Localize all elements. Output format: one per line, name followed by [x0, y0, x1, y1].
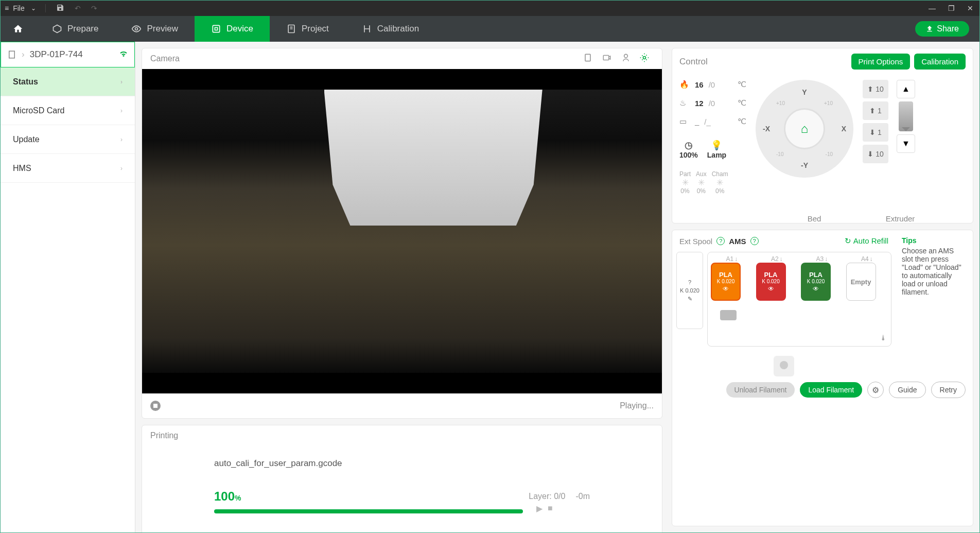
close-icon[interactable]: ✕	[961, 4, 979, 12]
xy-dpad: ⌂ Y -Y -X X +10 +10 -10 -10	[756, 80, 853, 178]
ams-slot-1[interactable]: PLAK 0.020👁	[711, 263, 741, 301]
ams-help-icon[interactable]: ?	[750, 237, 759, 245]
sd-record-icon[interactable]	[579, 53, 597, 65]
file-chevron-icon[interactable]: ⌄	[27, 5, 40, 12]
titlebar: ≡ File ⌄ ↶ ↷ — ❐ ✕	[1, 1, 979, 16]
svg-rect-4	[585, 54, 590, 61]
save-icon[interactable]	[51, 4, 69, 13]
control-title: Control	[679, 57, 847, 67]
stop-print-icon[interactable]: ■	[548, 504, 553, 513]
minimize-icon[interactable]: —	[922, 4, 942, 12]
extruder-axis-label: Extruder	[886, 214, 915, 223]
device-selector[interactable]: › 3DP-01P-744	[1, 42, 135, 67]
bed-temp-row[interactable]: ♨ 12 /0 ℃	[679, 98, 746, 108]
fan-icon: ✳	[696, 178, 707, 187]
redo-icon[interactable]: ↷	[86, 4, 102, 12]
share-button[interactable]: Share	[915, 21, 969, 37]
bed-icon: ♨	[679, 98, 690, 108]
menu-icon[interactable]: ≡	[1, 4, 13, 12]
nav-device[interactable]: Device	[195, 16, 270, 42]
camera-panel: Camera Playing...	[142, 48, 662, 419]
timelapse-icon[interactable]	[597, 53, 617, 64]
calibration-button[interactable]: Calibration	[914, 54, 966, 70]
sidebar-item-hms[interactable]: HMS›	[1, 154, 135, 183]
settings-icon[interactable]	[635, 53, 654, 65]
eye-icon: 👁	[723, 285, 729, 293]
printing-percent: 100%	[214, 489, 241, 504]
ams-slot-2[interactable]: PLAK 0.020👁	[756, 263, 786, 301]
chamber-fan[interactable]: Cham✳0%	[712, 170, 728, 195]
chamber-icon: ▭	[679, 117, 690, 126]
file-menu[interactable]: File	[13, 4, 27, 12]
svg-rect-5	[603, 56, 609, 60]
ams-panel: Ext Spool ? AMS ? ↻ Auto Refill ? K 0.02…	[672, 230, 973, 526]
ams-unit: A1↓PLAK 0.020👁 A2↓PLAK 0.020👁 A3↓PLAK 0.…	[707, 252, 891, 347]
load-filament-button[interactable]: Load Filament	[800, 382, 862, 398]
separator	[45, 4, 46, 12]
lamp-toggle[interactable]: 💡Lamp	[707, 140, 726, 159]
print-options-button[interactable]: Print Options	[851, 54, 911, 70]
home-button[interactable]: ⌂	[784, 108, 825, 149]
nozzle-temp-row[interactable]: 🔥 16 /0 ℃	[679, 80, 746, 89]
svg-point-0	[135, 28, 138, 30]
z-controls: ⬆ 10 ⬆ 1 ⬇ 1 ⬇ 10	[863, 80, 888, 195]
z-down-1[interactable]: ⬇ 1	[863, 123, 888, 142]
auto-refill-toggle[interactable]: ↻ Auto Refill	[845, 236, 888, 246]
unload-filament-button[interactable]: Unload Filament	[726, 382, 795, 398]
ext-spool-help-icon[interactable]: ?	[716, 237, 725, 245]
eye-icon: 👁	[768, 285, 774, 293]
nav-prepare-label: Prepare	[67, 24, 98, 34]
sidebar-item-microsd[interactable]: MicroSD Card›	[1, 96, 135, 125]
svg-point-7	[643, 57, 646, 59]
aux-fan[interactable]: Aux✳0%	[696, 170, 707, 195]
z-up-10[interactable]: ⬆ 10	[863, 80, 888, 98]
nav-project[interactable]: Project	[270, 16, 345, 42]
control-panel: Control Print Options Calibration 🔥 16 /…	[672, 48, 973, 223]
nav-home[interactable]	[1, 16, 36, 42]
bed-axis-label: Bed	[808, 214, 821, 223]
home-icon: ⌂	[801, 122, 809, 136]
retract-button[interactable]: ▼	[897, 134, 915, 153]
device-name: 3DP-01P-744	[30, 49, 83, 60]
nav-calibration-label: Calibration	[377, 24, 419, 34]
printing-time-left: -0m	[575, 492, 590, 501]
vr-icon[interactable]	[617, 53, 635, 65]
y-minus-button[interactable]: -Y	[801, 161, 808, 169]
humidity-icon[interactable]: 🌡	[880, 334, 887, 342]
nav-preview[interactable]: Preview	[115, 16, 194, 42]
sidebar-item-update[interactable]: Update›	[1, 125, 135, 154]
speed-control[interactable]: ◷100%	[679, 140, 698, 159]
ams-slot-3[interactable]: PLAK 0.020👁	[801, 263, 831, 301]
extruder-icon	[899, 101, 913, 131]
svg-rect-3	[9, 51, 15, 58]
gauge-icon: ◷	[679, 140, 698, 151]
undo-icon[interactable]: ↶	[69, 4, 86, 12]
retry-button[interactable]: Retry	[931, 382, 966, 398]
ams-slot-4[interactable]: Empty	[846, 263, 876, 301]
x-minus-button[interactable]: -X	[763, 125, 770, 133]
sidebar-item-status[interactable]: Status›	[1, 67, 135, 96]
share-label: Share	[937, 24, 959, 33]
navbar: Prepare Preview Device Project Calibrati…	[1, 16, 979, 42]
maximize-icon[interactable]: ❐	[942, 4, 961, 12]
pencil-icon: ✎	[688, 296, 692, 302]
ams-settings-icon[interactable]: ⚙	[867, 382, 884, 398]
guide-button[interactable]: Guide	[889, 382, 925, 398]
wifi-icon	[119, 49, 128, 61]
lamp-icon: 💡	[707, 140, 726, 151]
extruder-controls: ▲ ▼	[897, 80, 915, 195]
part-fan[interactable]: Part✳0%	[679, 170, 691, 195]
svg-rect-1	[213, 25, 219, 32]
ext-spool-slot[interactable]: ? K 0.020 ✎	[676, 252, 703, 329]
x-plus-button[interactable]: X	[842, 125, 846, 133]
z-up-1[interactable]: ⬆ 1	[863, 101, 888, 120]
z-down-10[interactable]: ⬇ 10	[863, 145, 888, 163]
nav-calibration[interactable]: Calibration	[345, 16, 435, 42]
camera-title: Camera	[150, 54, 180, 63]
extrude-button[interactable]: ▲	[897, 80, 915, 98]
y-plus-button[interactable]: Y	[802, 88, 807, 96]
play-icon[interactable]: ▶	[536, 504, 542, 513]
chamber-temp-row[interactable]: ▭ _ /_ ℃	[679, 117, 746, 126]
stop-stream-button[interactable]	[150, 401, 161, 411]
nav-prepare[interactable]: Prepare	[36, 16, 115, 42]
